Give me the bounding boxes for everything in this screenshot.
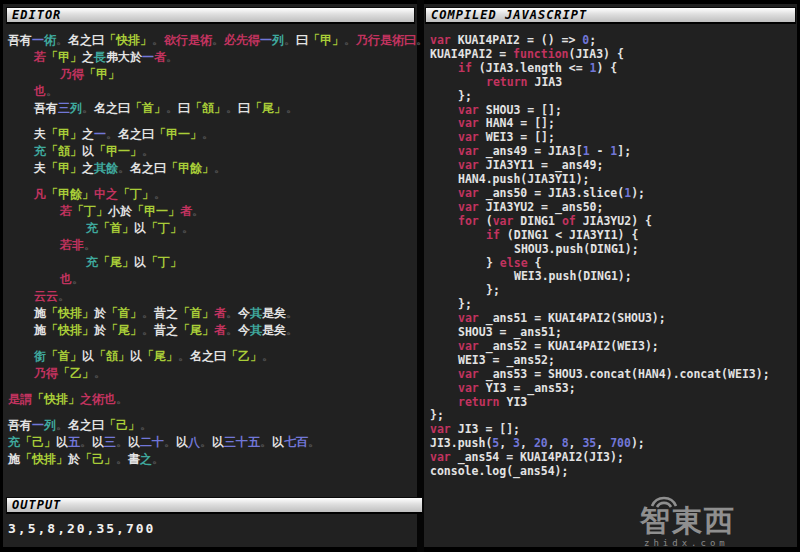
code-token: var [458,130,479,144]
code-token: 是矣 [262,306,286,320]
code-line: 是謂「快排」之術也。 [8,391,418,408]
code-token: 之 [82,50,94,64]
code-token: ; [589,33,596,47]
code-token: (JIA3) { [568,47,623,61]
code-token: 名之曰 [130,161,166,175]
code-token: 「首」 [98,221,134,235]
code-token: , [499,436,513,450]
code-line [8,177,418,186]
code-token: SHOU3 = []; [479,103,562,117]
code-token: 。 [226,323,238,337]
code-token: 長 [94,50,106,64]
code-token: else [500,256,528,270]
code-line: var JI3 = []; [430,423,798,437]
code-token: 1 [583,144,590,158]
code-token: 吾有 [8,418,32,432]
code-token: 35 [582,436,596,450]
code-token: 。 [72,272,84,286]
code-line: var _ans52 = KUAI4PAI2(WEI3); [430,340,798,354]
code-line: 施「快排」於「首」。昔之「首」者。今其是矣。 [8,305,418,322]
code-token: 者 [154,50,166,64]
code-token: 。 [152,452,164,466]
code-token: 書 [128,452,140,466]
code-token: 「尾」 [250,101,286,115]
code-line: return YI3 [430,396,798,410]
code-token: 之 [82,127,94,141]
code-token: 「快排」 [46,323,94,337]
code-token: for [458,214,479,228]
code-token: 。 [106,127,118,141]
code-token: 。 [178,349,190,363]
code-token: JIA3 [528,75,563,89]
code-token: 。 [94,366,106,380]
code-token: 曰 [238,101,250,115]
code-token: 。 [202,127,214,141]
code-token: var [458,381,479,395]
code-token: 施 [34,323,46,337]
code-token: }; [486,283,500,297]
code-line: var KUAI4PAI2 = () => 0; [430,34,798,48]
code-token: _ans53 = SHOU3.concat(HAN4).concat(WEI3)… [479,367,770,381]
code-token: }; [458,297,472,311]
code-line: }; [430,90,798,104]
code-token: 「甲一」 [154,127,202,141]
code-token: 充 [8,435,20,449]
code-line: SHOU3 = _ans51; [430,326,798,340]
code-token: 以 [212,435,224,449]
code-token: 「快排」 [32,392,80,406]
code-token: 七百 [284,435,308,449]
code-token: 一 [260,33,272,47]
code-token: 於 [68,452,80,466]
code-token: 術 [44,33,56,47]
code-token: 一 [94,127,106,141]
code-token: 700 [610,436,631,450]
code-token: 「首」 [178,306,214,320]
code-token: var [458,339,479,353]
code-token: JI3 = []; [451,422,520,436]
code-token: 充 [86,221,98,235]
code-line [8,117,418,126]
code-token: 名之曰 [68,418,104,432]
editor-code-area[interactable]: 吾有一術。名之曰「快排」。欲行是術。必先得一列。曰「甲」。乃行是術曰。若「甲」之… [8,32,418,468]
code-token: KUAI4PAI2 = () => [451,33,583,47]
code-token: 列 [70,101,82,115]
code-token: (DING1 < JIA3YI1) { [500,228,638,242]
code-token: 夫 [34,161,46,175]
code-line: var _ans54 = KUAI4PAI2(JI3); [430,451,798,465]
code-line: }; [430,284,798,298]
output-text: 3,5,8,20,35,700 [8,521,155,536]
code-token: 欲行是術 [164,33,212,47]
code-token: 施 [34,306,46,320]
code-token: 一 [32,418,44,432]
code-token: 「己」 [20,435,56,449]
code-token: 「甲」 [46,50,82,64]
code-line: }; [430,298,798,312]
code-token: 者 [214,306,226,320]
code-line: return JIA3 [430,76,798,90]
code-token: function [513,47,568,61]
code-token: 名之曰 [190,349,226,363]
code-token: 以 [134,221,146,235]
code-token: 。 [84,238,96,252]
code-token: 。 [262,349,274,363]
code-token: 一 [32,33,44,47]
code-token: 「丁」 [72,204,108,218]
code-token: 小於 [108,204,132,218]
watermark-site: zhidx.com [640,538,790,548]
code-token: 弗大於 [106,50,142,64]
code-line: var _ans53 = SHOU3.concat(HAN4).concat(W… [430,368,798,382]
code-token: var [458,116,479,130]
code-token: 「首」 [46,349,82,363]
code-token: 。 [286,306,298,320]
code-line: KUAI4PAI2 = function(JIA3) { [430,48,798,62]
code-token: var [493,214,514,228]
code-token: 。 [166,101,178,115]
code-token: 「乙」 [226,349,262,363]
code-token: 以 [82,144,94,158]
code-token: var [430,33,451,47]
code-line: 也。 [8,271,418,288]
code-token: 一 [142,50,154,64]
code-token: console.log(_ans54); [430,464,568,478]
compiled-js-code-area: var KUAI4PAI2 = () => 0;KUAI4PAI2 = func… [430,34,798,479]
code-token: return [458,395,500,409]
